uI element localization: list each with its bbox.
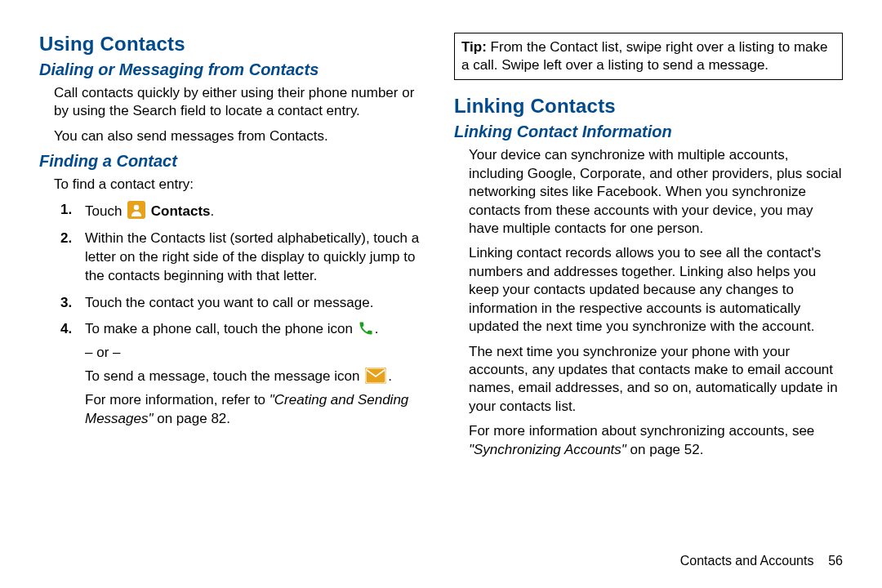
subheading-finding-contact: Finding a Contact <box>39 152 428 171</box>
step-text: For more information, refer to <box>85 392 270 408</box>
subheading-linking-information: Linking Contact Information <box>454 122 843 141</box>
paragraph-text: For more information about synchronizing… <box>469 423 814 439</box>
left-column: Using Contacts Dialing or Messaging from… <box>39 33 428 572</box>
phone-icon <box>359 321 373 336</box>
paragraph: You can also send messages from Contacts… <box>54 127 428 145</box>
step-4: 4. To make a phone call, touch the phone… <box>39 320 428 429</box>
step-subtext: For more information, refer to "Creating… <box>85 391 428 429</box>
step-number: 4. <box>60 320 72 339</box>
subheading-dialing-messaging: Dialing or Messaging from Contacts <box>39 60 428 79</box>
step-text: . <box>375 321 379 336</box>
step-number: 1. <box>60 201 72 220</box>
paragraph-text: on page 52. <box>626 442 704 457</box>
step-3: 3. Touch the contact you want to call or… <box>39 294 428 313</box>
paragraph: Your device can synchronize with multipl… <box>469 146 843 238</box>
tip-text: From the Contact list, swipe right over … <box>461 39 827 73</box>
cross-reference: "Synchronizing Accounts" <box>469 442 626 457</box>
step-number: 2. <box>60 229 72 248</box>
step-text: Within the Contacts list (sorted alphabe… <box>85 230 419 283</box>
step-number: 3. <box>60 294 72 313</box>
heading-linking-contacts: Linking Contacts <box>454 95 843 118</box>
footer-page-number: 56 <box>828 554 843 568</box>
tip-label: Tip: <box>461 39 487 55</box>
step-text: . <box>211 203 215 219</box>
paragraph: For more information about synchronizing… <box>469 422 843 459</box>
step-text: Touch <box>85 203 126 219</box>
right-column: Tip: From the Contact list, swipe right … <box>454 33 843 572</box>
step-subtext: To send a message, touch the message ico… <box>85 368 428 386</box>
contacts-icon <box>127 201 145 219</box>
svg-rect-1 <box>365 368 386 384</box>
step-text: . <box>388 368 392 384</box>
steps-list: 1. Touch Contacts. 2. Within the Contact… <box>39 201 428 429</box>
svg-point-0 <box>134 205 139 210</box>
paragraph: The next time you synchronize your phone… <box>469 343 843 416</box>
paragraph: Linking contact records allows you to se… <box>469 244 843 336</box>
step-1: 1. Touch Contacts. <box>39 201 428 221</box>
footer-section: Contacts and Accounts <box>680 554 814 568</box>
heading-using-contacts: Using Contacts <box>39 33 428 56</box>
step-text-bold: Contacts <box>147 203 210 219</box>
step-text: To make a phone call, touch the phone ic… <box>85 321 357 336</box>
step-text: on page 82. <box>154 411 231 426</box>
tip-box: Tip: From the Contact list, swipe right … <box>454 33 843 80</box>
step-text: Touch the contact you want to call or me… <box>85 295 373 310</box>
paragraph: Call contacts quickly by either using th… <box>54 84 428 121</box>
page-footer: Contacts and Accounts 56 <box>680 554 843 568</box>
step-text: To send a message, touch the message ico… <box>85 368 363 384</box>
paragraph: To find a contact entry: <box>54 176 428 194</box>
step-or: – or – <box>85 344 428 363</box>
step-2: 2. Within the Contacts list (sorted alph… <box>39 229 428 286</box>
message-icon <box>365 368 386 384</box>
